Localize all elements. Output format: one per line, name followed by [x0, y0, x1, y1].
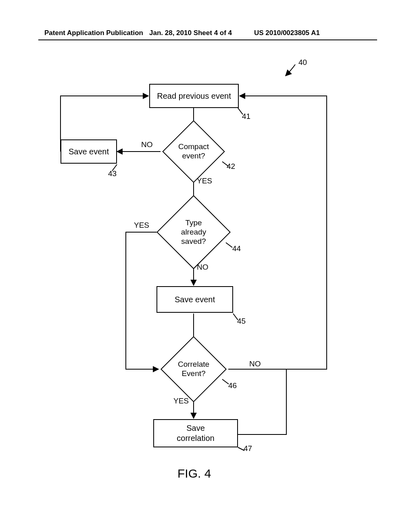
arrow-47-to-loop: [238, 369, 286, 434]
ref-45: 45: [237, 317, 246, 326]
node-read-previous-event: Read previous event: [149, 84, 239, 108]
ref-44-tick: [226, 243, 232, 247]
node-correlate-event-q-label: Correlate Event?: [178, 360, 209, 378]
arrow-44-yes-46: [126, 232, 159, 369]
header-date-sheet: Jan. 28, 2010 Sheet 4 of 4: [149, 29, 232, 37]
node-save-event-left-label: Save event: [69, 147, 109, 157]
ref-42: 42: [227, 162, 235, 171]
header-publication: Patent Application Publication: [44, 29, 143, 37]
node-compact-event-q-label: Compact event?: [178, 142, 209, 161]
ref-44: 44: [232, 244, 241, 253]
header-pub-number: US 2010/0023805 A1: [254, 29, 320, 37]
edge-label-42-yes: YES: [197, 177, 212, 185]
page: Patent Application Publication Jan. 28, …: [0, 0, 413, 532]
edge-label-42-no: NO: [141, 140, 153, 149]
ref-40: 40: [298, 58, 307, 67]
node-save-event-mid-label: Save event: [175, 295, 215, 305]
flowchart: 40 Read previous event 41 Compact event?…: [44, 56, 367, 491]
node-save-correlation-label: Save correlation: [177, 423, 214, 443]
edge-label-46-no: NO: [249, 360, 261, 368]
ref-47: 47: [244, 444, 252, 453]
ref-43: 43: [108, 169, 117, 178]
header-rule: [38, 39, 377, 40]
ref-41: 41: [242, 112, 250, 121]
ref-46: 46: [228, 381, 237, 390]
node-type-already-saved-q: Type already saved?: [167, 206, 220, 258]
ref-40-arrow: [286, 64, 295, 76]
node-save-event-mid: Save event: [156, 286, 233, 313]
node-compact-event-q: Compact event?: [171, 129, 216, 174]
node-type-already-saved-q-label: Type already saved?: [181, 218, 206, 246]
figure-caption: FIG. 4: [177, 467, 211, 480]
ref-46-tick: [222, 379, 229, 384]
node-save-event-left: Save event: [60, 139, 117, 164]
edge-label-44-yes: YES: [134, 221, 149, 230]
arrow-46-no-41: [228, 96, 327, 369]
edge-label-44-no: NO: [197, 263, 209, 272]
node-save-correlation: Save correlation: [153, 419, 238, 447]
node-correlate-event-q: Correlate Event?: [170, 346, 217, 393]
edge-label-46-yes: YES: [173, 397, 189, 405]
node-read-previous-event-label: Read previous event: [157, 91, 231, 101]
